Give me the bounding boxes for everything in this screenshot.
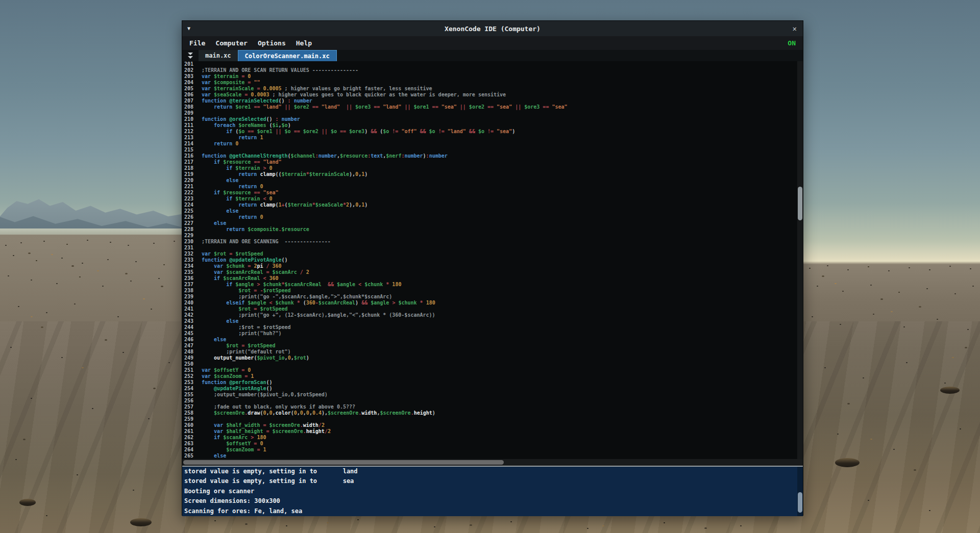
code-text: $rot = -$rotSpeed: [200, 288, 291, 294]
line-number: 225: [182, 208, 200, 214]
line-number: 254: [182, 386, 200, 392]
line-number: 205: [182, 86, 200, 92]
line-number: 264: [182, 447, 200, 453]
code-text: var $terrain = 0: [200, 73, 251, 80]
code-text: if $resource == "land": [200, 159, 282, 165]
line-number: 257: [182, 404, 200, 410]
line-number: 221: [182, 184, 200, 190]
menu-bar: FileComputerOptionsHelp ON: [182, 36, 803, 50]
code-text: if $angle > $chunk*$scanArcReal && $angl…: [200, 282, 401, 288]
code-text: foreach $oreNames ($i,$o): [200, 122, 291, 129]
code-line: 237 if $angle > $chunk*$scanArcReal && $…: [182, 282, 803, 288]
code-text: return clamp(($terrain*$terrainScale),0,…: [200, 171, 368, 177]
boulder: [130, 518, 152, 526]
editor-vertical-scrollbar-thumb[interactable]: [798, 187, 802, 220]
code-line: 213 return 1: [182, 135, 803, 141]
tab-bar: main.xcColorOreScanner.main.xc: [182, 50, 803, 61]
line-number: 203: [182, 73, 200, 80]
code-line: 252var $scanZoom = 1: [182, 373, 803, 379]
code-text: var $composite = "": [200, 80, 260, 86]
line-number: 231: [182, 245, 200, 251]
code-line: 259: [182, 416, 803, 422]
desktop-background: ▼ XenonCode IDE (Computer) ✕ FileCompute…: [0, 0, 980, 533]
menu-computer[interactable]: Computer: [215, 39, 248, 47]
line-number: 246: [182, 337, 200, 343]
code-line: 260 var $half_width = $screenOre.width/2: [182, 422, 803, 428]
code-line: 265 else: [182, 453, 803, 459]
code-text: function @getChannelStrength($channel:nu…: [200, 153, 448, 159]
code-text: $screenOre.draw(0,0,color(0,0,0,0.4),$sc…: [200, 410, 435, 416]
code-line: 246 else: [182, 337, 803, 343]
code-text: ;TERRAIN AND ORE SCANNING --------------…: [200, 239, 331, 245]
code-text: if $scanArc > 180: [200, 435, 266, 441]
menu-options[interactable]: Options: [258, 39, 286, 47]
line-number: 236: [182, 275, 200, 282]
console-scrollbar-thumb[interactable]: [798, 492, 802, 513]
menu-file[interactable]: File: [189, 39, 205, 47]
line-number: 209: [182, 110, 200, 116]
code-text: ;print("go -",$scanArc,$angle,">",$chunk…: [200, 294, 392, 300]
code-text: var $half_width = $screenOre.width/2: [200, 422, 325, 428]
code-line: 232var $rot = $rotSpeed: [182, 251, 803, 257]
code-text: @updatePivotAngle(): [200, 386, 273, 392]
line-number: 232: [182, 251, 200, 257]
code-text: [200, 61, 202, 67]
line-number: 202: [182, 67, 200, 73]
code-text: [200, 245, 202, 251]
boulder: [835, 458, 860, 467]
code-text: [200, 416, 202, 422]
line-number: 259: [182, 416, 200, 422]
line-number: 218: [182, 165, 200, 171]
line-number: 201: [182, 61, 200, 67]
line-number: 248: [182, 349, 200, 355]
editor-vertical-scrollbar[interactable]: [797, 61, 803, 459]
editor-horizontal-scrollbar-thumb[interactable]: [183, 460, 504, 465]
line-number: 228: [182, 226, 200, 233]
title-bar[interactable]: ▼ XenonCode IDE (Computer) ✕: [182, 21, 803, 36]
code-text: var $seaScale = 0.0003 ; higher values g…: [200, 92, 506, 98]
tab-main.xc[interactable]: main.xc: [199, 50, 238, 61]
code-text: ;TERRAIN AND ORE SCAN RETURN VALUES ----…: [200, 67, 358, 73]
code-line: 212 if ($o == $ore1 || $o == $ore2 || $o…: [182, 129, 803, 135]
line-number: 227: [182, 220, 200, 226]
power-status-badge[interactable]: ON: [788, 39, 796, 47]
code-line: 247 $rot = $rotSpeed: [182, 343, 803, 349]
menu-help[interactable]: Help: [296, 39, 312, 47]
code-line: 228 return $composite.$resource: [182, 226, 803, 233]
code-text: else: [200, 177, 238, 184]
editor-horizontal-scrollbar[interactable]: [182, 459, 803, 466]
tab-list-chevron-icon[interactable]: [182, 50, 199, 61]
code-line: 210function @oreSelected() : number: [182, 116, 803, 122]
code-line: 217 if $resource == "land": [182, 159, 803, 165]
line-number: 262: [182, 435, 200, 441]
code-line: 242 ;print("go +", (12-$scanArc),$angle,…: [182, 312, 803, 318]
code-text: return 0: [200, 141, 238, 147]
code-line: 203var $terrain = 0: [182, 73, 803, 80]
code-line: 253function @performScan(): [182, 379, 803, 386]
console-line: Booting ore scanner: [182, 487, 803, 496]
close-icon[interactable]: ✕: [793, 24, 797, 33]
console-scrollbar[interactable]: [797, 467, 803, 516]
console-output[interactable]: stored value is empty, setting in to lan…: [182, 466, 803, 516]
line-number: 220: [182, 177, 200, 184]
code-text: return 1: [200, 135, 263, 141]
line-number: 265: [182, 453, 200, 459]
code-text: var $scanZoom = 1: [200, 373, 254, 379]
code-editor[interactable]: 201202;TERRAIN AND ORE SCAN RETURN VALUE…: [182, 61, 803, 459]
code-line: 216function @getChannelStrength($channel…: [182, 153, 803, 159]
code-text: return 0: [200, 184, 263, 190]
code-text: [200, 398, 202, 404]
line-number: 216: [182, 153, 200, 159]
code-line: 243 else: [182, 318, 803, 324]
line-number: 223: [182, 196, 200, 202]
code-lines: 201202;TERRAIN AND ORE SCAN RETURN VALUE…: [182, 61, 803, 459]
line-number: 211: [182, 122, 200, 129]
tab-ColorOreScanner.main.xc[interactable]: ColorOreScanner.main.xc: [238, 50, 337, 61]
code-line: 249 output_number($pivot_io,0,$rot): [182, 355, 803, 361]
code-text: return $ore1 == "land" || $ore2 == "land…: [200, 104, 568, 110]
code-text: var $scanArcReal = $scanArc / 2: [200, 269, 309, 275]
code-text: ;print("huh?"): [200, 331, 282, 337]
line-number: 247: [182, 343, 200, 349]
console-lines: stored value is empty, setting in to lan…: [182, 467, 803, 516]
line-number: 242: [182, 312, 200, 318]
